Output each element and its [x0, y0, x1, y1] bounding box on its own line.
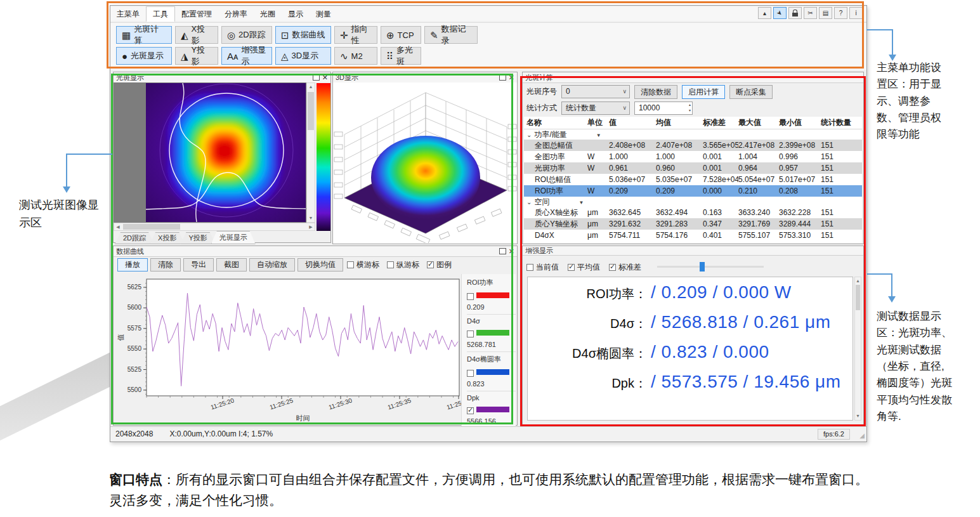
toggle-mean-button[interactable]: 切换均值 — [297, 258, 343, 272]
menu-item-config-management[interactable]: 配置管理 — [175, 7, 218, 22]
menu-item-main-menu[interactable]: 主菜单 — [110, 7, 146, 22]
unchecked-checkbox[interactable] — [467, 370, 474, 377]
unchecked-checkbox[interactable] — [467, 330, 474, 337]
m2-button[interactable]: ∿M2 — [334, 47, 377, 65]
table-row[interactable]: 质心X轴坐标μm3632.6453632.4940.1633633.240363… — [524, 207, 862, 218]
table-row[interactable]: D4σXμm5754.7115754.1760.4015755.1075753.… — [524, 230, 862, 241]
column-header[interactable]: 最小值 — [779, 117, 821, 129]
scissors-icon[interactable]: ✂ — [804, 7, 817, 19]
spot-seq-select[interactable]: 0 ∨ — [561, 85, 630, 98]
stat-count-spinner[interactable]: 10000 ▴▾ — [634, 101, 693, 115]
spot-calc-button[interactable]: ▦光斑计算 — [116, 26, 172, 44]
clear-button[interactable]: 清除 — [150, 258, 181, 272]
resize-grip[interactable]: ◢ — [859, 432, 865, 439]
menu-item-tools[interactable]: 工具 — [146, 6, 175, 22]
enhanced-checkbox[interactable]: 平均值 — [568, 262, 604, 273]
document-icon[interactable]: ▤ — [819, 7, 832, 19]
checked-checkbox[interactable] — [568, 264, 575, 271]
lock-icon[interactable] — [788, 7, 802, 19]
spot-calc-titlebar[interactable]: 光斑计算 — [523, 72, 863, 83]
checked-checkbox[interactable] — [609, 264, 616, 271]
scrollbar-thumb[interactable] — [308, 92, 314, 130]
slider-handle[interactable] — [700, 262, 705, 272]
scroll-up-icon[interactable]: ▲ — [855, 277, 861, 285]
scrollbar-thumb[interactable] — [856, 285, 860, 310]
play-button[interactable]: 播放 — [117, 258, 148, 272]
enhanced-display-titlebar[interactable]: 增强显示 — [523, 246, 863, 256]
beam-horizontal-scrollbar[interactable]: ◀ ▶ — [114, 223, 315, 231]
column-header[interactable]: 统计数量 — [821, 117, 862, 129]
table-row[interactable]: 质心Y轴坐标μm3291.6323291.2830.3473291.769328… — [524, 218, 862, 230]
curve-checkbox[interactable]: 图例 — [427, 259, 455, 270]
enhanced-checkbox[interactable]: 标准差 — [609, 262, 645, 273]
spot-display-button[interactable]: ●光斑显示 — [116, 47, 172, 65]
enhanced-display-button[interactable]: Aᴀ增强显示 — [221, 47, 272, 65]
clear-data-button[interactable]: 清除数据 — [634, 85, 677, 99]
tcp-button[interactable]: ⊕TCP — [381, 26, 421, 44]
close-icon[interactable]: ✕ — [322, 74, 328, 81]
info-icon[interactable]: i — [849, 7, 863, 19]
group-row[interactable]: ⌄功率/能量▼ — [524, 129, 862, 140]
trend-chart[interactable]: 56255600557555505525550011:25:2011:25:25… — [115, 274, 462, 426]
column-header[interactable]: 标准差 — [703, 117, 738, 129]
menu-item-display[interactable]: 显示 — [282, 7, 310, 22]
curve-checkbox[interactable]: 纵游标 — [387, 259, 423, 270]
spot-display-titlebar[interactable]: 光斑显示 ✕ — [114, 72, 330, 83]
scroll-left-icon[interactable]: ◀ — [114, 223, 122, 230]
column-header[interactable]: 值 — [609, 117, 656, 129]
scroll-right-icon[interactable]: ▶ — [307, 223, 315, 230]
table-row[interactable]: 全图总幅值2.408e+082.407e+083.565e+052.417e+0… — [524, 140, 862, 151]
scroll-down-icon[interactable]: ▼ — [855, 412, 861, 420]
checked-checkbox[interactable] — [427, 261, 434, 268]
table-row[interactable]: ROI总幅值5.036e+075.035e+077.528e+045.054e+… — [524, 174, 862, 185]
filter-down-icon[interactable]: ▼ — [578, 200, 584, 206]
close-icon[interactable]: ✕ — [509, 74, 514, 81]
restore-icon[interactable] — [313, 74, 320, 81]
column-header[interactable]: 单位 — [587, 117, 609, 129]
breakpoint-capture-button[interactable]: 断点采集 — [729, 85, 773, 99]
data-curve-titlebar[interactable]: 数据曲线 ✕ — [114, 246, 517, 257]
collapse-icon[interactable]: ▴ — [758, 7, 771, 19]
unchecked-checkbox[interactable] — [526, 264, 533, 271]
menu-item-aperture[interactable]: 光圈 — [254, 7, 282, 22]
y-projection-button[interactable]: ◮Y投影 — [175, 47, 218, 65]
auto-scale-button[interactable]: 自动缩放 — [249, 258, 295, 272]
screenshot-button[interactable]: 截图 — [216, 258, 247, 272]
restore-icon[interactable] — [499, 74, 506, 81]
3d-display-titlebar[interactable]: 3D显示 ✕ — [333, 72, 517, 83]
column-header[interactable]: 最大值 — [738, 117, 779, 129]
menu-item-measurement[interactable]: 测量 — [310, 7, 337, 22]
data-curve-button[interactable]: ⊡数据曲线 — [275, 26, 331, 44]
restore-icon[interactable] — [499, 248, 506, 254]
table-row[interactable]: 全图功率W1.0001.0000.0011.0040.996151 — [524, 151, 862, 162]
tab-2d-tracking[interactable]: 2D跟踪 — [115, 232, 154, 244]
table-row[interactable]: 光斑功率W0.9610.9600.0010.9640.957151 — [524, 162, 862, 174]
column-header[interactable]: 均值 — [656, 117, 703, 129]
statistics-table[interactable]: 名称单位值均值标准差最大值最小值统计数量⌄功率/能量▼全图总幅值2.408e+0… — [524, 117, 862, 243]
multi-spot-button[interactable]: ⠿多光斑 — [381, 47, 421, 65]
menu-item-resolution[interactable]: 分辨率 — [218, 7, 254, 22]
2d-tracking-button[interactable]: ◎2D跟踪 — [221, 26, 272, 44]
checked-checkbox[interactable] — [467, 407, 474, 414]
enable-calc-button[interactable]: 启用计算 — [682, 85, 725, 99]
scroll-up-icon[interactable]: ▲ — [307, 83, 315, 91]
3d-display-button[interactable]: ◬3D显示 — [275, 47, 331, 65]
scrollbar-thumb[interactable] — [123, 224, 180, 230]
column-header[interactable]: 名称 — [524, 117, 587, 129]
spinner-arrows-icon[interactable]: ▴▾ — [689, 102, 691, 114]
enhanced-slider[interactable] — [657, 266, 764, 268]
scroll-down-icon[interactable]: ▼ — [307, 214, 315, 222]
3d-plot-body[interactable] — [333, 82, 517, 244]
beam-image[interactable] — [146, 83, 306, 225]
enhanced-checkbox[interactable]: 当前值 — [526, 262, 563, 273]
group-row[interactable]: ⌄空间▼ — [524, 197, 862, 207]
table-row[interactable]: ROI功率W0.2090.2090.0000.2100.208151 — [524, 185, 862, 197]
stat-mode-select[interactable]: 统计数量 ∨ — [561, 101, 630, 115]
unchecked-checkbox[interactable] — [467, 293, 474, 300]
export-button[interactable]: 导出 — [183, 258, 214, 272]
x-projection-button[interactable]: ◭X投影 — [175, 26, 218, 44]
close-icon[interactable]: ✕ — [509, 248, 514, 255]
beam-vertical-scrollbar[interactable]: ▲ ▼ — [306, 82, 315, 223]
data-record-button[interactable]: ✎数据记录 — [424, 26, 478, 44]
tab-y-projection[interactable]: Y投影 — [180, 232, 215, 244]
